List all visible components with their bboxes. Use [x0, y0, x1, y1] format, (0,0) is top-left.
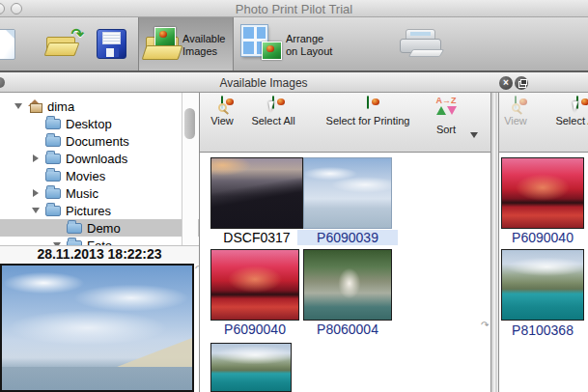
- cursor-icon: [268, 101, 276, 112]
- folder-flap-icon: [142, 45, 183, 60]
- sort-button[interactable]: A→Z Sort: [422, 97, 470, 135]
- panel-title: Available Images: [201, 76, 326, 90]
- thumbnail-label: P6090039: [297, 230, 398, 245]
- thumbnail-label: P8100368: [501, 322, 584, 338]
- magnifier-icon: [218, 103, 227, 112]
- tree-item-documents[interactable]: Documents: [0, 132, 199, 150]
- chevron-down-icon[interactable]: [31, 208, 41, 213]
- thumbnail-label: P8060004: [303, 322, 392, 337]
- select-all-button-right[interactable]: Select All: [541, 97, 588, 126]
- available-images-icon[interactable]: [144, 27, 184, 62]
- thumbnail-image: [210, 249, 299, 321]
- ladybug-icon: [159, 31, 167, 38]
- folder-icon: [67, 223, 82, 234]
- save-button[interactable]: [97, 29, 126, 59]
- chevron-right-icon[interactable]: [31, 189, 41, 197]
- thumbnail-image: [303, 157, 392, 229]
- photo-preview: [0, 264, 194, 392]
- thumbnail-label: DSCF0317: [210, 230, 303, 245]
- printer-tray-icon: [408, 49, 445, 57]
- available-images-button-label[interactable]: Available Images: [182, 33, 225, 58]
- thumbnail-image: [501, 157, 584, 229]
- tree-item-foto[interactable]: Foto: [0, 237, 199, 245]
- view-button[interactable]: View: [200, 97, 244, 126]
- photo-date-label: 28.11.2013 18:22:23: [0, 246, 199, 264]
- select-all-button[interactable]: Select All: [239, 97, 307, 126]
- folder-icon: [45, 206, 61, 216]
- app-window: Photo Print Pilot Trial ↷ Available Imag…: [0, 0, 588, 392]
- select-all-icon: [272, 96, 274, 109]
- arrange-on-layout-button[interactable]: [241, 25, 284, 64]
- title-bar: Photo Print Pilot Trial: [0, 0, 588, 17]
- folder-icon: [45, 154, 61, 164]
- thumbnail-partial[interactable]: [210, 343, 292, 392]
- sort-dropdown-arrow[interactable]: [470, 132, 478, 138]
- folder-tree: dima Desktop Documents Downloads Movies …: [0, 93, 199, 245]
- tree-item-pictures[interactable]: Pictures: [0, 202, 199, 219]
- view-button-disabled: View: [494, 97, 537, 126]
- triangle-up-icon: [436, 106, 446, 115]
- chevron-right-icon[interactable]: [31, 154, 41, 162]
- thumbnail-label: P6090040: [210, 322, 299, 337]
- resize-grip[interactable]: ↷: [481, 320, 489, 330]
- chevron-down-icon[interactable]: [14, 103, 23, 109]
- open-folder-button[interactable]: ↷: [44, 31, 81, 58]
- folder-icon: [45, 188, 61, 199]
- thumbnail-image: [501, 249, 584, 321]
- print-button[interactable]: [396, 29, 446, 62]
- arrange-on-layout-label[interactable]: Arrange on Layout: [286, 33, 332, 58]
- panel-splitter[interactable]: [490, 93, 499, 392]
- select-for-printing-button[interactable]: Select for Printing: [311, 97, 425, 126]
- tree-item-desktop[interactable]: Desktop: [0, 115, 199, 132]
- view-image-icon: [221, 96, 223, 109]
- tree-item-music[interactable]: Music: [0, 184, 199, 202]
- window-title: Photo Print Pilot Trial: [0, 2, 588, 16]
- view-image-icon: [515, 96, 517, 109]
- tree-item-dima[interactable]: dima: [0, 98, 199, 115]
- open-arrow-icon: ↷: [71, 25, 84, 43]
- select-for-printing-icon: [367, 96, 369, 109]
- triangle-down-icon: [447, 106, 457, 115]
- folder-icon: [45, 171, 61, 182]
- thumbnail-image: [303, 249, 392, 321]
- new-document-icon[interactable]: [0, 29, 15, 60]
- tree-item-downloads[interactable]: Downloads: [0, 150, 199, 167]
- select-all-icon: [576, 96, 578, 109]
- thumbnail-image: [210, 157, 303, 229]
- ladybug-icon: [266, 45, 274, 52]
- left-panel-button[interactable]: [0, 77, 5, 88]
- cursor-icon: [573, 101, 580, 112]
- panel-header-bar: Available Images ×: [0, 72, 588, 93]
- magnifier-icon: [512, 103, 520, 112]
- photo-icon: [154, 27, 176, 46]
- home-icon: [28, 99, 42, 113]
- tree-item-movies[interactable]: Movies: [0, 167, 199, 184]
- float-window-icon[interactable]: [515, 76, 528, 90]
- folder-front-icon: [43, 42, 79, 56]
- folder-icon: [45, 136, 61, 147]
- sort-az-icon: A→Z: [422, 97, 470, 117]
- folder-icon: [45, 119, 61, 129]
- thumbnail-label: P6090040: [501, 230, 584, 245]
- photo-icon: [262, 42, 282, 60]
- close-icon[interactable]: ×: [499, 76, 513, 90]
- tree-item-demo-selected[interactable]: Demo: [0, 219, 199, 237]
- tree-scrollbar-thumb[interactable]: [184, 108, 195, 139]
